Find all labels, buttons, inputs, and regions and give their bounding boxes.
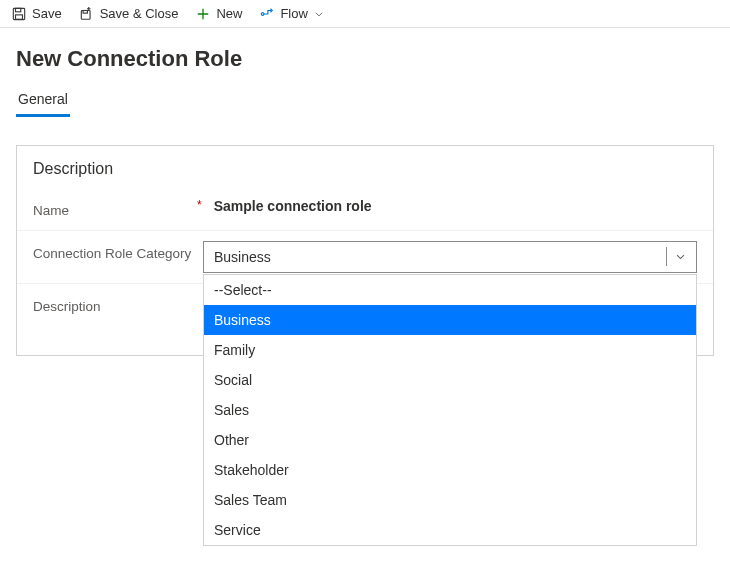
page-title: New Connection Role xyxy=(16,46,714,72)
dropdown-option-service[interactable]: Service xyxy=(204,515,696,545)
category-row: Connection Role Category Business --Sele… xyxy=(17,231,713,284)
flow-label: Flow xyxy=(280,6,307,21)
category-dropdown-list: --Select-- Business Family Social Sales … xyxy=(203,274,697,546)
plus-icon xyxy=(196,7,210,21)
dropdown-option-salesteam[interactable]: Sales Team xyxy=(204,485,696,515)
svg-rect-1 xyxy=(16,8,21,12)
flow-button[interactable]: Flow xyxy=(260,6,323,21)
dropdown-option-family[interactable]: Family xyxy=(204,335,696,365)
dropdown-option-sales[interactable]: Sales xyxy=(204,395,696,425)
category-dropdown: Business --Select-- Business Family Soci… xyxy=(203,241,697,273)
tab-general[interactable]: General xyxy=(16,86,70,117)
save-close-button[interactable]: Save & Close xyxy=(80,6,179,21)
chevron-down-icon xyxy=(314,9,324,19)
dropdown-option-other[interactable]: Other xyxy=(204,425,696,455)
dropdown-option-business[interactable]: Business xyxy=(204,305,696,335)
save-icon xyxy=(12,7,26,21)
category-select[interactable]: Business xyxy=(203,241,697,273)
category-label: Connection Role Category xyxy=(33,241,203,263)
category-selected-value: Business xyxy=(214,249,271,265)
description-section: Description Name * Sample connection rol… xyxy=(16,145,714,356)
new-label: New xyxy=(216,6,242,21)
name-label: Name xyxy=(33,198,203,220)
svg-rect-2 xyxy=(16,14,23,18)
command-bar: Save Save & Close New Flow xyxy=(0,0,730,28)
save-button[interactable]: Save xyxy=(12,6,62,21)
flow-icon xyxy=(260,7,274,21)
name-value[interactable]: Sample connection role xyxy=(202,198,697,214)
section-title: Description xyxy=(17,156,713,188)
name-row: Name * Sample connection role xyxy=(17,188,713,231)
chevron-down-icon xyxy=(666,247,692,266)
dropdown-option-select[interactable]: --Select-- xyxy=(204,275,696,305)
save-close-icon xyxy=(80,7,94,21)
new-button[interactable]: New xyxy=(196,6,242,21)
save-label: Save xyxy=(32,6,62,21)
dropdown-option-stakeholder[interactable]: Stakeholder xyxy=(204,455,696,485)
tab-strip: General xyxy=(16,86,714,117)
save-close-label: Save & Close xyxy=(100,6,179,21)
description-label: Description xyxy=(33,294,203,316)
dropdown-option-social[interactable]: Social xyxy=(204,365,696,395)
page-header: New Connection Role General xyxy=(0,28,730,131)
svg-point-5 xyxy=(262,12,265,15)
svg-rect-4 xyxy=(83,10,87,13)
